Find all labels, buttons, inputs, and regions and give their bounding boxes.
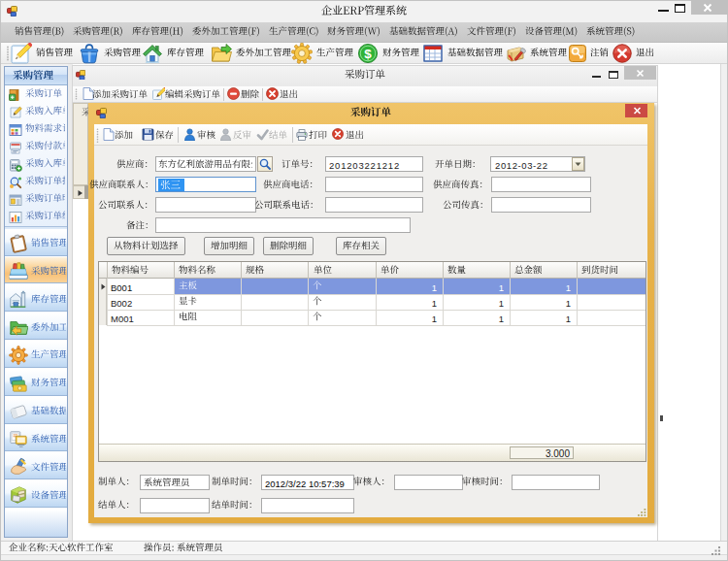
svg-text:$: $ [364,47,372,61]
